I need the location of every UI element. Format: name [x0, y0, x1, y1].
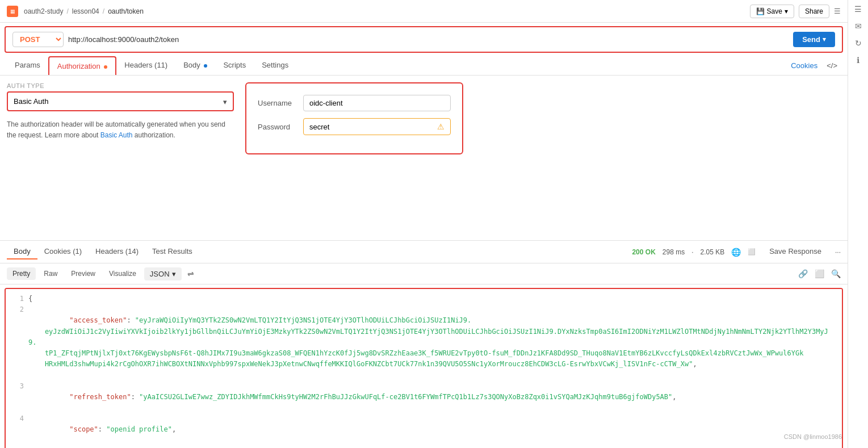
response-separator-1: ·: [691, 248, 693, 256]
response-size: 2.05 KB: [701, 248, 725, 256]
response-tab-cookies[interactable]: Cookies (1): [37, 244, 89, 259]
auth-description: The authorization header will be automat…: [7, 119, 234, 141]
password-input[interactable]: [309, 123, 437, 131]
search-icon[interactable]: 🔍: [831, 269, 841, 278]
auth-desc-link[interactable]: Basic Auth: [100, 131, 133, 139]
tab-settings[interactable]: Settings: [254, 56, 296, 75]
send-button[interactable]: Send ▾: [793, 32, 835, 47]
top-bar: ▦ oauth2-study / lesson04 / oauth/token …: [0, 0, 848, 23]
password-label: Password: [258, 123, 303, 131]
watermark: CSDN @linmoo1986: [784, 433, 842, 440]
view-tab-pretty[interactable]: Pretty: [7, 267, 36, 280]
line-num-3: 3: [12, 381, 24, 414]
more-options-icon[interactable]: ···: [835, 248, 841, 256]
json-line-3: 3 "refresh_token": "yAaICSU2GLIwE7wwz_ZD…: [12, 381, 835, 414]
filter-icon[interactable]: ⇌: [184, 267, 198, 280]
copy-icon[interactable]: ⬜: [815, 269, 824, 278]
view-tab-visualize[interactable]: Visualize: [103, 267, 142, 280]
response-tab-body[interactable]: Body: [7, 244, 37, 259]
line-num-1: 1: [12, 294, 24, 304]
tab-body-label: Body: [183, 61, 200, 69]
breadcrumb-sep-1: /: [66, 7, 68, 15]
tab-headers-label: Headers (11): [124, 61, 167, 69]
password-field-wrapper: ⚠: [303, 118, 451, 135]
request-tabs: Params Authorization Headers (11) Body S…: [7, 56, 296, 75]
auth-type-select[interactable]: Basic Auth Bearer Token No Auth: [8, 93, 233, 110]
warning-icon: ⚠: [437, 122, 445, 131]
auth-right-panel: Username Password ⚠: [245, 82, 841, 233]
line-num-4: 4: [12, 413, 24, 446]
save-response-icon: ⬜: [748, 248, 756, 256]
globe-icon: 🌐: [731, 248, 741, 257]
tab-headers[interactable]: Headers (11): [116, 56, 175, 75]
save-button[interactable]: 💾 Save ▾: [750, 5, 794, 18]
breadcrumb-part-1: oauth2-study: [24, 7, 63, 15]
username-input[interactable]: [303, 95, 451, 111]
response-time: 298 ms: [662, 248, 685, 256]
body-dot: [204, 64, 207, 68]
view-tab-raw[interactable]: Raw: [38, 267, 63, 280]
tab-body[interactable]: Body: [175, 56, 215, 75]
response-tab-test-results-label: Test Results: [152, 247, 192, 256]
json-response-area: 1 { 2 "access_token": "eyJraWQiOiIyYmQ3Y…: [5, 288, 843, 448]
share-button[interactable]: Share: [799, 5, 829, 18]
auth-left-panel: Auth Type Basic Auth Bearer Token No Aut…: [7, 82, 234, 233]
save-response-button[interactable]: Save Response: [762, 244, 828, 259]
tab-params[interactable]: Params: [7, 56, 48, 75]
tab-authorization[interactable]: Authorization: [48, 56, 117, 75]
tab-settings-label: Settings: [262, 61, 288, 69]
line-num-2: 2: [12, 304, 24, 380]
sidebar-icon-3[interactable]: ↻: [855, 39, 862, 48]
json-line-5: 5 "id_token": "eyJraWQiOiIyYmQ3YTk2ZS0wN…: [12, 446, 835, 448]
auth-type-wrapper: Basic Auth Bearer Token No Auth ▾: [7, 91, 234, 111]
view-tab-preview[interactable]: Preview: [65, 267, 101, 280]
sidebar: ☰ ✉ ↻ ℹ: [848, 0, 868, 448]
send-label: Send: [802, 35, 820, 44]
response-status: 200 OK: [632, 248, 655, 256]
top-bar-actions: 💾 Save ▾ Share ☰: [750, 5, 841, 18]
breadcrumb-part-2: lesson04: [72, 7, 99, 15]
sidebar-icon-2[interactable]: ✉: [855, 22, 862, 31]
tab-scripts[interactable]: Scripts: [215, 56, 254, 75]
credentials-section: Username Password ⚠: [245, 82, 463, 154]
line-content-2: "access_token": "eyJraWQiOiIyYmQ3YTk2ZS0…: [28, 304, 835, 380]
response-tab-cookies-label: Cookies (1): [44, 247, 82, 256]
breadcrumb-sep-2: /: [103, 7, 104, 15]
url-bar: POST GET PUT DELETE Send ▾: [5, 26, 843, 53]
json-line-4: 4 "scope": "openid profile",: [12, 413, 835, 446]
save-dropdown-arrow[interactable]: ▾: [785, 7, 788, 15]
save-label: Save: [767, 7, 782, 15]
response-tab-body-label: Body: [14, 247, 31, 256]
response-meta: 200 OK 298 ms · 2.05 KB 🌐 ⬜ Save Respons…: [632, 244, 841, 259]
json-line-1: 1 {: [12, 294, 835, 304]
sidebar-icon-1[interactable]: ☰: [854, 5, 862, 14]
app-icon: ▦: [7, 6, 18, 17]
auth-desc-suffix-text: authorization.: [135, 131, 175, 139]
tab-scripts-label: Scripts: [223, 61, 246, 69]
save-icon: 💾: [756, 7, 765, 15]
breadcrumb: ▦ oauth2-study / lesson04 / oauth/token: [7, 6, 144, 17]
settings-icon[interactable]: ☰: [834, 7, 841, 15]
link-icon[interactable]: 🔗: [798, 269, 808, 278]
tab-cookies[interactable]: Cookies: [791, 57, 817, 74]
request-tabs-row: Params Authorization Headers (11) Body S…: [0, 56, 848, 76]
json-dropdown-arrow[interactable]: ▾: [172, 270, 176, 278]
json-label: JSON: [150, 270, 170, 278]
response-tabs: Body Cookies (1) Headers (14) Test Resul…: [7, 244, 199, 259]
authorization-dot: [104, 65, 107, 69]
line-num-5: 5: [12, 446, 24, 448]
password-row: Password ⚠: [258, 118, 451, 135]
method-select[interactable]: POST GET PUT DELETE: [12, 32, 64, 47]
json-line-2: 2 "access_token": "eyJraWQiOiIyYmQ3YTk2Z…: [12, 304, 835, 380]
sidebar-icon-4[interactable]: ℹ: [857, 56, 859, 65]
tab-authorization-label: Authorization: [57, 62, 100, 70]
send-dropdown-arrow[interactable]: ▾: [823, 36, 826, 43]
line-content-4: "scope": "openid profile",: [28, 413, 176, 446]
breadcrumb-part-3: oauth/token: [108, 7, 144, 15]
code-icon[interactable]: </>: [823, 57, 841, 74]
json-format-selector[interactable]: JSON ▾: [144, 267, 182, 280]
url-input[interactable]: [68, 35, 789, 44]
username-label: Username: [258, 99, 303, 107]
response-tab-test-results[interactable]: Test Results: [145, 244, 199, 259]
response-tab-headers[interactable]: Headers (14): [89, 244, 145, 259]
